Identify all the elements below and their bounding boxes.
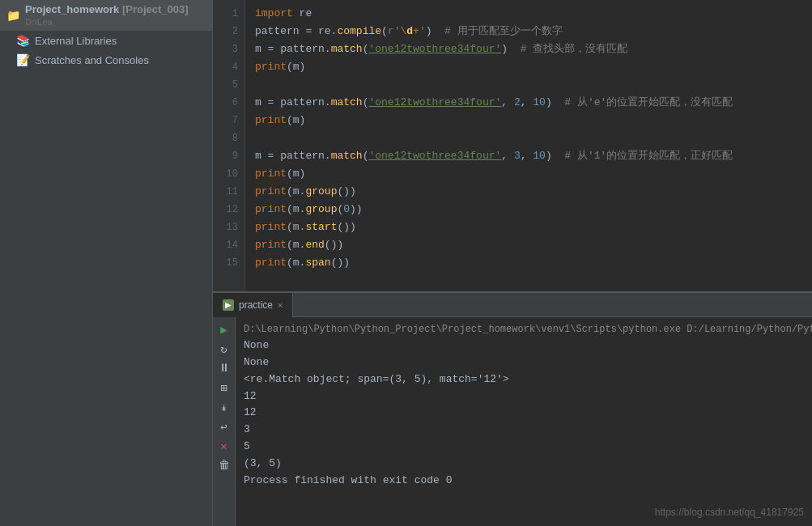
run-output: D:\Learning\Python\Python_Project\Projec…: [236, 317, 812, 526]
rerun-button[interactable]: ↻: [215, 340, 233, 358]
run-toolbar: ▶ ↻ ⏸ ⊞ ↡ ↩ ✕ 🗑: [213, 317, 236, 526]
run-path: D:\Learning\Python\Python_Project\Projec…: [244, 322, 804, 337]
run-content: ▶ ↻ ⏸ ⊞ ↡ ↩ ✕ 🗑 D:\Learning\Python\Pytho…: [213, 317, 812, 526]
main-layout: 📁 Project_homework [Project_003] D:\Lea …: [0, 0, 812, 526]
sidebar-project[interactable]: 📁 Project_homework [Project_003] D:\Lea: [0, 0, 212, 31]
run-tabs: ▶ practice ×: [213, 293, 812, 317]
output-line-match: <re.Match object; span=(3, 5), match='12…: [244, 371, 804, 388]
code-line-6: m = pattern.match('one12twothree34four',…: [255, 94, 812, 112]
run-button[interactable]: ▶: [215, 320, 233, 338]
library-icon: 📚: [16, 34, 30, 47]
code-line-9: m = pattern.match('one12twothree34four',…: [255, 147, 812, 165]
output-line-none-2: None: [244, 354, 804, 371]
code-line-10: print(m): [255, 165, 812, 183]
sidebar: 📁 Project_homework [Project_003] D:\Lea …: [0, 0, 213, 526]
code-line-3: m = pattern.match('one12twothree34four')…: [255, 40, 812, 58]
pause-button[interactable]: ⏸: [215, 359, 233, 377]
output-line-12-2: 12: [244, 405, 804, 422]
scratches-icon: 📝: [16, 53, 30, 66]
code-line-7: print(m): [255, 112, 812, 129]
editor-area: 12345 678910 1112131415 import re patter…: [213, 0, 812, 526]
run-tab-practice[interactable]: ▶ practice ×: [213, 293, 293, 317]
run-tab-label: practice: [239, 299, 273, 311]
line-numbers: 12345 678910 1112131415: [213, 0, 245, 291]
code-line-2: pattern = re.compile(r'\d+') # 用于匹配至少一个数…: [255, 23, 812, 40]
run-tab-icon: ▶: [223, 299, 234, 311]
code-container[interactable]: 12345 678910 1112131415 import re patter…: [213, 0, 812, 291]
code-line-14: print(m.end()): [255, 236, 812, 254]
code-editor[interactable]: import re pattern = re.compile(r'\d+') #…: [245, 0, 812, 291]
output-line-12-1: 12: [244, 388, 804, 405]
code-line-12: print(m.group(0)): [255, 201, 812, 218]
code-line-15: print(m.span()): [255, 254, 812, 272]
watermark: https://blog.csdn.net/qq_41817925: [655, 507, 804, 518]
layout-button[interactable]: ⊞: [215, 379, 233, 397]
output-line-none-1: None: [244, 337, 804, 354]
sidebar-item-label: External Libraries: [35, 35, 117, 47]
code-line-13: print(m.start()): [255, 218, 812, 236]
code-line-4: print(m): [255, 58, 812, 76]
sidebar-item-external-libraries[interactable]: 📚 External Libraries: [0, 31, 212, 50]
stop-button[interactable]: ✕: [215, 437, 233, 455]
output-line-3: 3: [244, 422, 804, 439]
output-line-exit: Process finished with exit code 0: [244, 473, 804, 490]
close-run-button[interactable]: 🗑: [215, 456, 233, 474]
output-line-span: (3, 5): [244, 456, 804, 473]
sidebar-item-scratches[interactable]: 📝 Scratches and Consoles: [0, 50, 212, 70]
code-line-8: [255, 129, 812, 147]
code-line-11: print(m.group()): [255, 183, 812, 201]
project-icon: 📁: [6, 9, 20, 22]
sidebar-item-label: Scratches and Consoles: [35, 54, 149, 66]
run-panel: ▶ practice × ▶ ↻ ⏸ ⊞ ↡ ↩ ✕ 🗑: [213, 291, 812, 526]
output-line-5: 5: [244, 439, 804, 456]
scroll-button[interactable]: ↡: [215, 398, 233, 416]
softrap-button[interactable]: ↩: [215, 418, 233, 435]
code-line-5: [255, 76, 812, 94]
run-tab-close[interactable]: ×: [278, 300, 283, 310]
project-label: Project_homework [Project_003] D:\Lea: [25, 3, 206, 28]
code-line-1: import re: [255, 5, 812, 23]
